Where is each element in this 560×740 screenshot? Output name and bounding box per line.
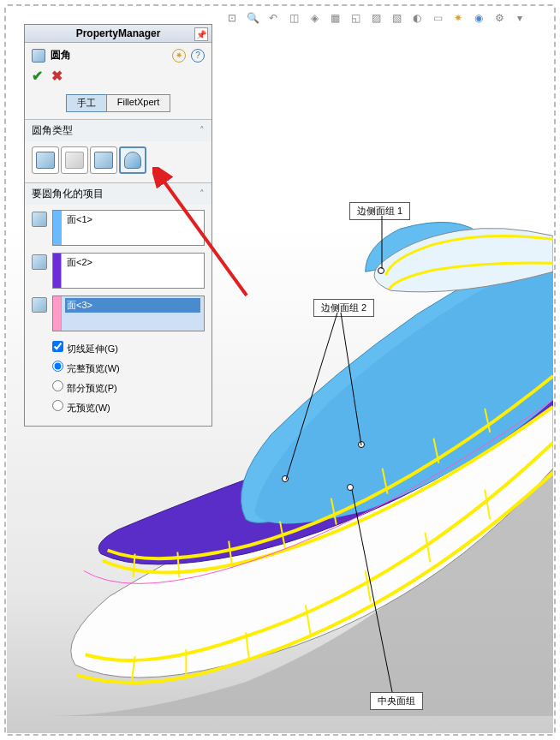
color-bar-1: [53, 211, 62, 245]
fillet-type-constant[interactable]: [32, 146, 59, 174]
ok-button[interactable]: ✔: [32, 68, 43, 84]
opt-full-preview[interactable]: 完整预览(W): [52, 358, 205, 378]
opt-tangent[interactable]: 切线延伸(G): [52, 338, 205, 358]
view-toolbar: ⊡ 🔍 ↶ ◫ ◈ ▦ ◱ ▨ ▧ ◐ ▭ ✷ ◉ ⚙ ▾: [223, 9, 529, 27]
face-set-3-list[interactable]: 面<3>: [52, 295, 205, 331]
face-set-1-list[interactable]: 面<1>: [52, 210, 205, 246]
cancel-button[interactable]: ✖: [51, 68, 63, 84]
chevron-up-icon: ˄: [200, 125, 205, 136]
opt-partial-preview[interactable]: 部分预览(P): [52, 378, 205, 397]
tab-manual[interactable]: 手工: [66, 94, 106, 112]
tab-filletxpert[interactable]: FilletXpert: [106, 94, 171, 112]
callout-side1: 边侧面组 1: [349, 202, 410, 220]
more-icon[interactable]: ▾: [510, 9, 529, 27]
section-items[interactable]: 要圆角化的项目 ˄: [25, 183, 211, 205]
callout-dot-1: [378, 267, 384, 274]
radio-full[interactable]: [52, 361, 63, 372]
face-set-3-icon[interactable]: [32, 297, 47, 313]
color-bar-3: [53, 296, 62, 331]
scene-icon[interactable]: ✷: [449, 9, 468, 27]
wireframe-icon[interactable]: ▦: [325, 9, 344, 27]
callout-dot-3: [347, 484, 354, 491]
callout-dot-2a: [282, 475, 289, 482]
fillet-type-variable[interactable]: [61, 146, 88, 174]
section-icon[interactable]: ◫: [284, 9, 303, 27]
perspective-icon[interactable]: ▭: [428, 9, 447, 27]
callout-dot-2b: [358, 441, 365, 448]
shaded-edges-icon[interactable]: ▨: [366, 9, 385, 27]
view-settings-icon[interactable]: ⚙: [490, 9, 509, 27]
callout-side2: 边侧面组 2: [313, 299, 374, 317]
shadow-icon[interactable]: ◐: [408, 9, 426, 27]
prev-view-icon[interactable]: ↶: [264, 9, 283, 27]
chevron-up-icon: ˄: [200, 188, 205, 200]
property-manager-panel: PropertyManager 📌 圆角 ✷ ? ✔ ✖ 手工 FilletXp…: [24, 24, 212, 427]
zoom-fit-icon[interactable]: ⊡: [223, 9, 241, 27]
shaded-icon[interactable]: ▧: [387, 9, 406, 27]
appearance-icon[interactable]: ◉: [469, 9, 488, 27]
panel-title: PropertyManager: [76, 27, 161, 39]
fillet-type-full-round[interactable]: [119, 146, 146, 174]
fillet-type-face[interactable]: [90, 146, 117, 174]
feature-name: 圆角: [51, 48, 71, 63]
panel-header: PropertyManager 📌: [25, 25, 211, 43]
face-set-2-icon[interactable]: [32, 254, 47, 270]
face-set-1-icon[interactable]: [32, 212, 47, 227]
zoom-area-icon[interactable]: 🔍: [243, 9, 262, 27]
wizard-icon[interactable]: ✷: [172, 49, 186, 63]
radio-partial[interactable]: [52, 380, 63, 391]
checkbox-tangent[interactable]: [52, 341, 63, 352]
orient-icon[interactable]: ◈: [305, 9, 324, 27]
color-bar-2: [53, 254, 62, 288]
help-icon[interactable]: ?: [191, 49, 205, 63]
opt-no-preview[interactable]: 无预览(W): [52, 397, 205, 417]
feature-icon: [32, 49, 45, 63]
hidden-icon[interactable]: ◱: [346, 9, 365, 27]
pin-button[interactable]: 📌: [194, 27, 208, 41]
section-fillet-type[interactable]: 圆角类型 ˄: [25, 120, 211, 141]
callout-center: 中央面组: [370, 692, 423, 710]
radio-none[interactable]: [52, 400, 63, 411]
face-set-2-list[interactable]: 面<2>: [52, 253, 205, 289]
